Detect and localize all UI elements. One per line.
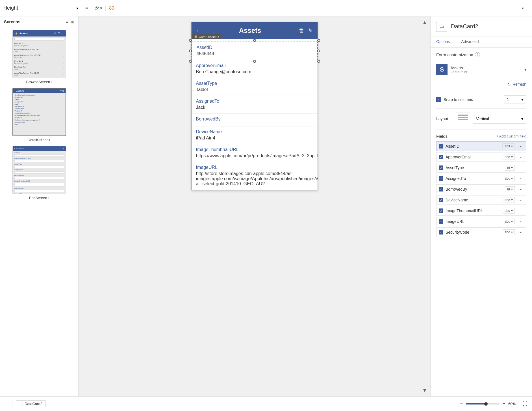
- main-layout: Screens ≡ ⊞ 🔒 Assets ⊙☰⋯: [0, 16, 532, 396]
- field-checkbox-security-code[interactable]: ✓: [439, 230, 443, 234]
- field-type-assigned-to[interactable]: abc ▾: [503, 176, 515, 181]
- field-menu-security-code[interactable]: ⋯: [517, 230, 524, 235]
- field-checkbox-device-name[interactable]: ✓: [439, 198, 443, 202]
- edit-thumbnail: ✕ ASSETS ✓ AssetID ApproverEmail (if set…: [12, 146, 66, 194]
- field-selector[interactable]: Height ▾: [0, 0, 82, 16]
- field-menu-borrowed-by[interactable]: ⋯: [517, 187, 524, 192]
- field-type-security-code[interactable]: abc ▾: [503, 229, 515, 235]
- field-name-device-name: DeviceName: [446, 198, 500, 202]
- datasource-row[interactable]: S Assets SharePoint ▾: [436, 62, 526, 78]
- field-row-device-name[interactable]: ✓ DeviceName abc ▾ ⋯: [436, 195, 526, 205]
- grid-view-icon[interactable]: ⊞: [71, 20, 74, 24]
- detail-screen-label: DetailScreen1: [28, 138, 51, 142]
- screen-item-browse[interactable]: 🔒 Assets ⊙☰⋯ iPad Air 2Ben.Change@c... ›: [3, 30, 75, 84]
- selected-card[interactable]: AssetID 4545444: [192, 42, 318, 60]
- field-row-image-thumbnail-url[interactable]: ✓ ImageThumbnailURL abc ▾ ⋯: [436, 206, 526, 216]
- borrowed-by-label: BorrowedBy: [196, 117, 313, 122]
- field-checkbox-asset-type[interactable]: ✓: [439, 165, 443, 170]
- layout-label: Layout: [436, 117, 453, 121]
- field-menu-image-url[interactable]: ⋯: [517, 219, 524, 224]
- breadcrumb-box[interactable]: DataCard2: [16, 400, 45, 407]
- edit-icon[interactable]: ✎: [308, 27, 313, 34]
- form-field-device-name: DeviceName iPad Air 4: [192, 126, 318, 144]
- add-custom-field-button[interactable]: + Add custom field: [496, 134, 526, 138]
- equals-sign: =: [82, 5, 92, 11]
- layout-dropdown[interactable]: Vertical ▾: [473, 114, 526, 124]
- field-menu-image-thumbnail-url[interactable]: ⋯: [517, 208, 524, 214]
- field-type-image-thumbnail-url[interactable]: abc ▾: [503, 208, 515, 214]
- field-checkbox-approver-email[interactable]: ✓: [439, 155, 443, 159]
- back-arrow-icon[interactable]: ←: [196, 27, 202, 34]
- breadcrumb-checkbox[interactable]: [19, 402, 23, 406]
- field-row-assetid[interactable]: ✓ AssetID 123 ▾ ⋯: [436, 141, 526, 151]
- tab-options[interactable]: Options: [431, 36, 455, 47]
- field-checkbox-borrowed-by[interactable]: ✓: [439, 187, 443, 191]
- field-type-image-url[interactable]: abc ▾: [503, 219, 515, 224]
- field-checkbox-image-url[interactable]: ✓: [439, 219, 443, 224]
- handle-ml: [189, 50, 192, 52]
- field-menu-approver-email[interactable]: ⋯: [517, 154, 524, 160]
- columns-dropdown[interactable]: 1 ▾: [504, 95, 526, 104]
- screen-item-detail[interactable]: ← ASSETS ✏ 🗑 Ben.Change@contoso.com Asse…: [3, 88, 75, 142]
- field-type-chevron-assigned-to: ▾: [511, 177, 513, 180]
- screen-item-edit[interactable]: ✕ ASSETS ✓ AssetID ApproverEmail (if set…: [3, 146, 75, 200]
- help-icon[interactable]: ?: [475, 52, 480, 57]
- field-row-image-url[interactable]: ✓ ImageURL abc ▾ ⋯: [436, 217, 526, 226]
- fields-title: Fields: [436, 134, 448, 139]
- list-view-icon[interactable]: ≡: [66, 20, 68, 24]
- detail-thumb-content: Ben.Change@contoso.com AssetType Tablet …: [13, 93, 66, 126]
- ds-subtitle: SharePoint: [450, 70, 522, 74]
- ds-chevron-icon: ▾: [524, 67, 526, 72]
- image-thumbnail-url-label: ImageThumbnailURL: [196, 147, 313, 152]
- layout-row: Layout Vertical ▾: [436, 113, 526, 125]
- field-type-chevron-asset-type: ▾: [511, 166, 513, 170]
- left-sidebar: Screens ≡ ⊞ 🔒 Assets ⊙☰⋯: [0, 16, 79, 396]
- field-name-borrowed-by: BorrowedBy: [446, 187, 503, 191]
- panel-icon: ▭: [436, 21, 447, 32]
- refresh-row[interactable]: ↻ Refresh: [436, 82, 526, 87]
- field-row-borrowed-by[interactable]: ✓ BorrowedBy ⊞ ▾ ⋯: [436, 184, 526, 194]
- field-row-approver-email[interactable]: ✓ ApproverEmail abc ▾ ⋯: [436, 152, 526, 162]
- field-type-approver-email[interactable]: abc ▾: [503, 154, 515, 160]
- field-type-device-name[interactable]: abc ▾: [503, 197, 515, 203]
- tab-advanced[interactable]: Advanced: [455, 36, 484, 47]
- field-row-assigned-to[interactable]: ✓ AssignedTo abc ▾ ⋯: [436, 174, 526, 183]
- zoom-plus-button[interactable]: +: [502, 401, 505, 407]
- expand-button[interactable]: ⛶: [522, 401, 527, 407]
- formula-value[interactable]: 80: [109, 6, 522, 11]
- formula-bar: fx ▾ 80 ▾: [92, 0, 532, 16]
- formula-dropdown-chevron[interactable]: ▾: [522, 6, 529, 10]
- sidebar-icons: ≡ ⊞: [66, 20, 74, 24]
- field-row-security-code[interactable]: ✓ SecurityCode abc ▾ ⋯: [436, 227, 526, 237]
- scroll-up-arrow[interactable]: ▲: [422, 19, 427, 26]
- field-row-asset-type[interactable]: ✓ AssetType ⊞ ▾ ⋯: [436, 163, 526, 173]
- field-checkbox-assigned-to[interactable]: ✓: [439, 176, 443, 181]
- phone-frame: ← Assets 🗑 ✎ 🔒 Card : AssetID: [191, 22, 318, 190]
- zoom-minus-button[interactable]: −: [460, 401, 463, 407]
- field-checkbox-image-thumbnail-url[interactable]: ✓: [439, 208, 443, 213]
- field-menu-asset-type[interactable]: ⋯: [517, 165, 524, 171]
- fields-header: Fields + Add custom field: [436, 134, 526, 139]
- field-menu-assigned-to[interactable]: ⋯: [517, 176, 524, 181]
- delete-icon[interactable]: 🗑: [299, 27, 304, 34]
- field-menu-assetid[interactable]: ⋯: [517, 144, 524, 149]
- browse-thumbnail: 🔒 Assets ⊙☰⋯ iPad Air 2Ben.Change@c... ›: [12, 30, 66, 78]
- form-field-image-url: ImageURL http://store.storeimages.cdn-ap…: [192, 162, 318, 190]
- more-options-button[interactable]: ...: [5, 401, 9, 407]
- zoom-slider[interactable]: [466, 403, 500, 404]
- field-checkbox-assetid[interactable]: ✓: [439, 144, 443, 149]
- form-customization-header: Form customization ?: [436, 52, 526, 57]
- ds-icon: S: [436, 64, 448, 75]
- panel-header: ▭ DataCard2: [431, 16, 532, 36]
- layout-preview: [456, 113, 470, 125]
- browse-thumb-title: Assets: [19, 32, 28, 35]
- field-type-borrowed-by[interactable]: ⊞ ▾: [505, 186, 515, 192]
- field-type-asset-type[interactable]: ⊞ ▾: [505, 165, 515, 171]
- snap-checkbox[interactable]: ✓: [436, 97, 441, 102]
- screens-list: 🔒 Assets ⊙☰⋯ iPad Air 2Ben.Change@c... ›: [0, 27, 78, 396]
- scroll-down-arrow[interactable]: ▼: [422, 387, 427, 393]
- card-label: 🔒 Card : AssetID: [192, 34, 221, 39]
- field-menu-device-name[interactable]: ⋯: [517, 197, 524, 203]
- field-type-assetid[interactable]: 123 ▾: [502, 143, 515, 149]
- field-name-assetid: AssetID: [446, 144, 500, 149]
